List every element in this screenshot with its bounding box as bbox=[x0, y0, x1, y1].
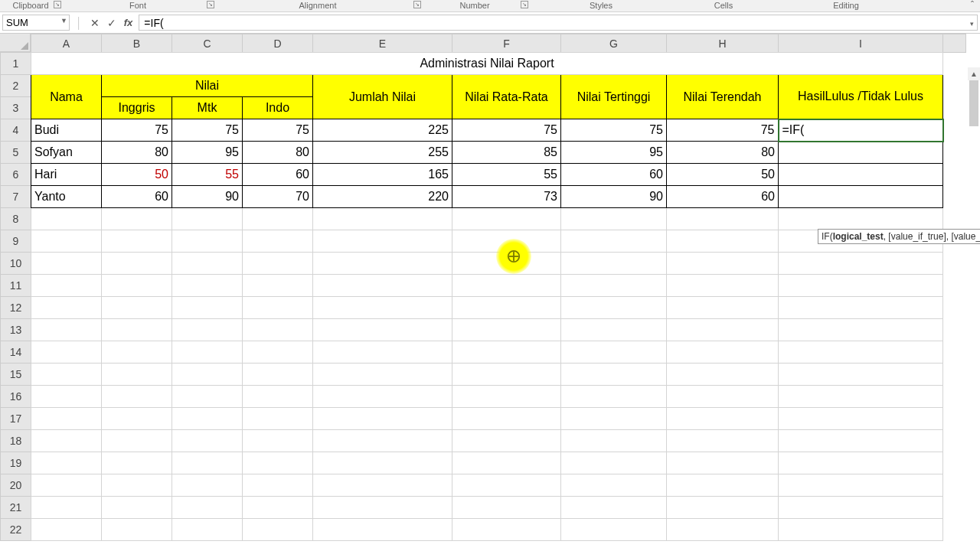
cell-hasil[interactable] bbox=[779, 164, 943, 186]
empty-cell[interactable] bbox=[779, 430, 943, 452]
empty-cell[interactable] bbox=[561, 430, 667, 452]
formula-bar-input[interactable]: =IF( ▾ bbox=[139, 15, 978, 31]
empty-cell[interactable] bbox=[561, 452, 667, 474]
row-header-14[interactable]: 14 bbox=[1, 341, 31, 364]
empty-cell[interactable] bbox=[452, 430, 561, 452]
empty-cell[interactable] bbox=[102, 474, 172, 497]
empty-cell[interactable] bbox=[102, 408, 172, 430]
cell-jumlah[interactable]: 255 bbox=[313, 142, 452, 164]
empty-cell[interactable] bbox=[667, 275, 779, 297]
empty-cell[interactable] bbox=[243, 341, 313, 364]
empty-cell[interactable] bbox=[243, 386, 313, 408]
row-header-12[interactable]: 12 bbox=[1, 297, 31, 319]
empty-cell[interactable] bbox=[243, 430, 313, 452]
empty-cell[interactable] bbox=[779, 341, 943, 364]
header-inggris[interactable]: Inggris bbox=[102, 97, 172, 119]
cell-rendah[interactable]: 50 bbox=[667, 164, 779, 186]
dialog-launcher-icon[interactable]: ↘ bbox=[54, 1, 61, 8]
row-header-15[interactable]: 15 bbox=[1, 364, 31, 386]
empty-cell[interactable] bbox=[31, 253, 102, 275]
empty-cell[interactable] bbox=[31, 208, 102, 230]
scroll-up-icon[interactable]: ▲ bbox=[968, 67, 980, 80]
row-header-6[interactable]: 6 bbox=[1, 164, 31, 186]
empty-cell[interactable] bbox=[452, 253, 561, 275]
empty-cell[interactable] bbox=[243, 497, 313, 519]
empty-cell[interactable] bbox=[31, 319, 102, 341]
header-tinggi[interactable]: Nilai Tertinggi bbox=[561, 75, 667, 119]
cell-inggris[interactable]: 80 bbox=[102, 142, 172, 164]
empty-cell[interactable] bbox=[561, 297, 667, 319]
cell-indo[interactable]: 80 bbox=[243, 142, 313, 164]
empty-cell[interactable] bbox=[31, 519, 102, 541]
cell-tinggi[interactable]: 75 bbox=[561, 119, 667, 142]
empty-cell[interactable] bbox=[313, 452, 452, 474]
empty-cell[interactable] bbox=[102, 275, 172, 297]
empty-cell[interactable] bbox=[313, 497, 452, 519]
empty-cell[interactable] bbox=[667, 341, 779, 364]
empty-cell[interactable] bbox=[313, 386, 452, 408]
empty-cell[interactable] bbox=[102, 452, 172, 474]
fx-icon[interactable]: fx bbox=[124, 17, 133, 28]
row-header-3[interactable]: 3 bbox=[1, 97, 31, 119]
cell-rendah[interactable]: 60 bbox=[667, 186, 779, 208]
cell-jumlah[interactable]: 165 bbox=[313, 164, 452, 186]
header-hasil[interactable]: HasilLulus /Tidak Lulus bbox=[779, 75, 943, 119]
row-header-5[interactable]: 5 bbox=[1, 142, 31, 164]
empty-cell[interactable] bbox=[243, 519, 313, 541]
cells[interactable]: Administrasi Nilai Raport Nama Nilai Jum… bbox=[31, 52, 944, 541]
cell-tinggi[interactable]: 60 bbox=[561, 164, 667, 186]
empty-cell[interactable] bbox=[667, 474, 779, 497]
empty-cell[interactable] bbox=[172, 275, 243, 297]
row-header-8[interactable]: 8 bbox=[1, 208, 31, 230]
empty-cell[interactable] bbox=[779, 208, 943, 230]
row-header-11[interactable]: 11 bbox=[1, 275, 31, 297]
empty-cell[interactable] bbox=[452, 408, 561, 430]
empty-cell[interactable] bbox=[172, 341, 243, 364]
empty-cell[interactable] bbox=[31, 297, 102, 319]
empty-cell[interactable] bbox=[243, 408, 313, 430]
empty-cell[interactable] bbox=[172, 208, 243, 230]
row-header-4[interactable]: 4 bbox=[1, 119, 31, 142]
scroll-thumb[interactable] bbox=[969, 80, 978, 126]
cell-rata[interactable]: 75 bbox=[452, 119, 561, 142]
row-header-16[interactable]: 16 bbox=[1, 386, 31, 408]
cell-nama[interactable]: Hari bbox=[31, 164, 102, 186]
empty-cell[interactable] bbox=[779, 364, 943, 386]
empty-cell[interactable] bbox=[243, 319, 313, 341]
cell-nama[interactable]: Yanto bbox=[31, 186, 102, 208]
empty-cell[interactable] bbox=[667, 253, 779, 275]
empty-cell[interactable] bbox=[561, 319, 667, 341]
cell-rendah[interactable]: 80 bbox=[667, 142, 779, 164]
empty-cell[interactable] bbox=[667, 408, 779, 430]
row-header-13[interactable]: 13 bbox=[1, 319, 31, 341]
empty-cell[interactable] bbox=[561, 497, 667, 519]
col-header-I[interactable]: I bbox=[779, 34, 943, 53]
empty-cell[interactable] bbox=[31, 497, 102, 519]
row-header-22[interactable]: 22 bbox=[1, 519, 31, 541]
empty-cell[interactable] bbox=[31, 408, 102, 430]
empty-cell[interactable] bbox=[243, 253, 313, 275]
empty-cell[interactable] bbox=[667, 230, 779, 253]
chevron-down-icon[interactable]: ▼ bbox=[60, 17, 67, 24]
empty-cell[interactable] bbox=[561, 386, 667, 408]
empty-cell[interactable] bbox=[313, 275, 452, 297]
empty-cell[interactable] bbox=[667, 386, 779, 408]
empty-cell[interactable] bbox=[779, 319, 943, 341]
empty-cell[interactable] bbox=[31, 364, 102, 386]
empty-cell[interactable] bbox=[313, 208, 452, 230]
empty-cell[interactable] bbox=[172, 364, 243, 386]
cell-rata[interactable]: 73 bbox=[452, 186, 561, 208]
dialog-launcher-icon[interactable]: ↘ bbox=[413, 1, 421, 8]
empty-cell[interactable] bbox=[172, 297, 243, 319]
row-header-17[interactable]: 17 bbox=[1, 408, 31, 430]
row-header-21[interactable]: 21 bbox=[1, 497, 31, 519]
empty-cell[interactable] bbox=[561, 364, 667, 386]
header-rendah[interactable]: Nilai Terendah bbox=[667, 75, 779, 119]
empty-cell[interactable] bbox=[779, 253, 943, 275]
empty-cell[interactable] bbox=[667, 519, 779, 541]
col-header-H[interactable]: H bbox=[667, 34, 779, 53]
cell-jumlah[interactable]: 225 bbox=[313, 119, 452, 142]
cell-jumlah[interactable]: 220 bbox=[313, 186, 452, 208]
empty-cell[interactable] bbox=[243, 364, 313, 386]
empty-cell[interactable] bbox=[172, 386, 243, 408]
